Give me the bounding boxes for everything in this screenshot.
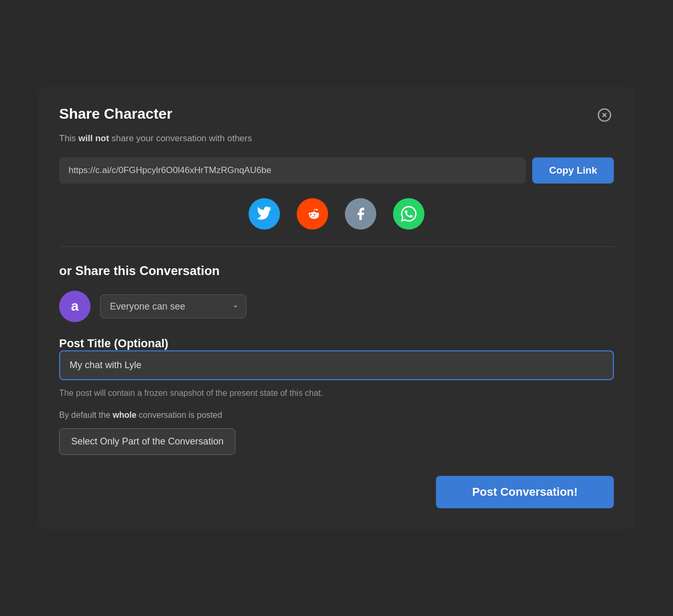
select-part-button[interactable]: Select Only Part of the Conversation [59, 428, 235, 455]
modal-title: Share Character [59, 106, 172, 122]
twitter-share-button[interactable] [249, 198, 280, 230]
share-modal: Share Character This will not share your… [38, 87, 635, 529]
share-url-input[interactable] [59, 157, 526, 184]
whatsapp-icon [401, 206, 417, 222]
share-conversation-title: or Share this Conversation [59, 264, 614, 278]
reddit-share-button[interactable] [297, 198, 328, 230]
close-icon [597, 108, 612, 122]
whole-conversation-note: By default the whole conversation is pos… [59, 410, 614, 420]
subtitle: This will not share your conversation wi… [59, 133, 614, 144]
facebook-share-button[interactable] [345, 198, 376, 230]
facebook-icon [353, 207, 368, 221]
post-conversation-button[interactable]: Post Conversation! [436, 476, 614, 508]
social-icons-row [59, 198, 614, 230]
snapshot-note: The post will contain a frozen snapshot … [59, 389, 614, 398]
visibility-select[interactable]: Everyone can see Only me Friends only [100, 294, 246, 318]
reddit-icon [305, 206, 320, 222]
avatar: a [59, 291, 91, 322]
post-title-label: Post Title (Optional) [59, 337, 169, 350]
subtitle-bold: will not [78, 133, 109, 143]
avatar-visibility-row: a Everyone can see Only me Friends only [59, 291, 614, 322]
close-button[interactable] [595, 106, 614, 126]
modal-header: Share Character [59, 106, 614, 126]
copy-link-button[interactable]: Copy Link [532, 157, 614, 184]
twitter-icon [257, 207, 272, 221]
section-divider [59, 246, 614, 247]
whatsapp-share-button[interactable] [393, 198, 424, 230]
whole-prefix: By default the [59, 410, 113, 419]
footer-row: Post Conversation! [59, 476, 614, 508]
whole-suffix: conversation is posted [137, 410, 222, 419]
link-row: Copy Link [59, 157, 614, 184]
subtitle-prefix: This [59, 133, 78, 143]
post-title-input[interactable] [59, 350, 614, 380]
whole-bold: whole [113, 410, 136, 419]
subtitle-suffix: share your conversation with others [109, 133, 252, 143]
